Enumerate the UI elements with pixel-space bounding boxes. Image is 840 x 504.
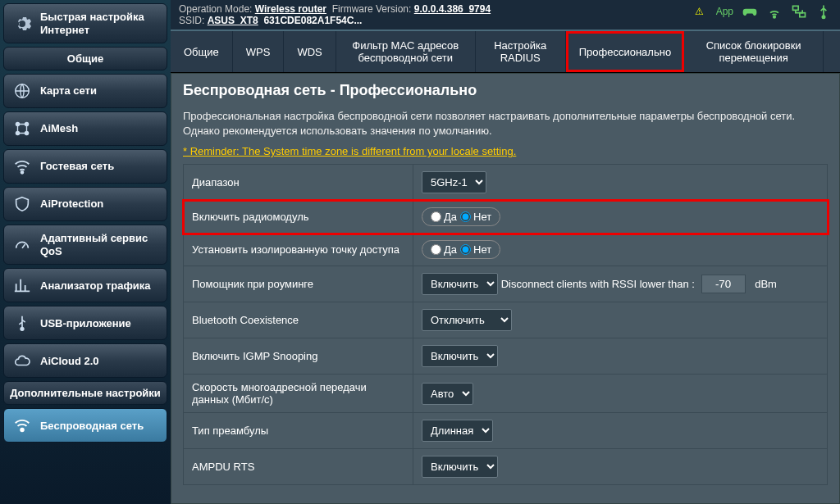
sidebar-item-usb[interactable]: USB-приложение [3, 306, 167, 340]
radio-enable-yes[interactable]: Да [431, 211, 457, 223]
sidebar-label: Карта сети [40, 84, 97, 98]
tab-mac-filter[interactable]: Фильтр MAC адресов беспроводной сети [336, 31, 476, 72]
sidebar-label: Адаптивный сервис QoS [40, 232, 158, 257]
sidebar-item-guest[interactable]: Гостевая сеть [3, 149, 167, 184]
svg-point-5 [21, 171, 24, 174]
sidebar-item-traffic[interactable]: Анализатор трафика [3, 268, 167, 302]
shield-icon [12, 194, 32, 214]
sidebar-item-qos[interactable]: Адаптивный сервис QoS [3, 225, 167, 265]
topbar: Operation Mode: Wireless router Firmware… [171, 0, 840, 30]
sidebar-label: AiProtection [40, 198, 103, 211]
section-general: Общие [3, 47, 167, 70]
row-enable-radio: Включить радиомодуль Да Нет [184, 201, 828, 234]
cloud-icon [12, 351, 32, 370]
row-band: Диапазон 5GHz-1 [184, 165, 828, 201]
page-description: Профессиональная настройка беспроводной … [183, 109, 828, 138]
row-preamble: Тип преамбулы Длинная [184, 413, 828, 449]
select-bt[interactable]: Отключить [422, 309, 512, 331]
sidebar-label: Анализатор трафика [40, 279, 151, 293]
svg-point-7 [21, 429, 24, 432]
tab-bar: Общие WPS WDS Фильтр MAC адресов беспров… [171, 30, 840, 73]
select-band[interactable]: 5GHz-1 [422, 171, 486, 193]
tab-roaming-block[interactable]: Список блокировки перемещения [684, 31, 824, 72]
label-ap-isolate: Установить изолированную точку доступа [184, 234, 413, 266]
radio-iso-yes[interactable]: Да [431, 243, 457, 256]
row-ampdu: AMPDU RTS Включить [184, 449, 828, 485]
wifi-icon [12, 157, 32, 176]
status-icons: ⚠ App [692, 3, 832, 20]
label-roaming: Помощник при роуминге [184, 266, 413, 302]
content-panel: Беспроводная сеть - Профессионально Проф… [171, 73, 840, 504]
ssid-value-1: ASUS_XT8 [208, 15, 258, 26]
op-mode-label: Operation Mode: [179, 3, 252, 15]
input-rssi[interactable] [701, 275, 746, 293]
tab-wps[interactable]: WPS [233, 31, 285, 72]
row-ap-isolate: Установить изолированную точку доступа Д… [184, 234, 828, 266]
sidebar-item-aimesh[interactable]: AiMesh [3, 111, 167, 146]
chart-icon [12, 275, 32, 295]
ssid-value-2: 631CDE082A1F54C... [263, 15, 362, 26]
sidebar-label: Беспроводная сеть [40, 420, 144, 433]
select-mcast[interactable]: Авто [422, 383, 473, 405]
gamepad-icon[interactable] [742, 3, 758, 20]
page-title: Беспроводная сеть - Профессионально [183, 82, 828, 99]
select-preamble[interactable]: Длинная [422, 420, 493, 442]
row-roaming: Помощник при роуминге Включить Disconnec… [184, 266, 828, 302]
row-igmp: Включить IGMP Snooping Включить [184, 338, 828, 375]
timezone-reminder-link[interactable]: * Reminder: The System time zone is diff… [183, 145, 516, 157]
usb-icon [12, 313, 32, 333]
svg-point-8 [774, 16, 776, 17]
label-enable-radio: Включить радиомодуль [184, 201, 413, 234]
label-ampdu: AMPDU RTS [184, 449, 413, 485]
app-link[interactable]: App [716, 6, 733, 17]
row-bt: Bluetooth Coexistence Отключить [184, 302, 828, 338]
usb-status-icon[interactable] [815, 3, 832, 20]
label-band: Диапазон [184, 165, 413, 201]
tab-general[interactable]: Общие [171, 31, 233, 72]
fw-link[interactable]: 9.0.0.4.386_9794 [414, 3, 491, 15]
wifi-icon [12, 415, 32, 435]
tab-radius[interactable]: Настройка RADIUS [476, 31, 566, 72]
sidebar-label: USB-приложение [40, 317, 131, 330]
info-icon[interactable]: ⚠ [692, 3, 708, 20]
lan-icon[interactable] [791, 3, 807, 20]
signal-icon[interactable] [766, 3, 783, 20]
mesh-icon [12, 119, 32, 138]
label-preamble: Тип преамбулы [184, 413, 413, 449]
sidebar-label: Гостевая сеть [40, 160, 114, 173]
row-mcast: Скорость многоадресной передачи данных (… [184, 375, 828, 413]
svg-point-11 [822, 16, 824, 18]
sidebar: Быстрая настройка Интернет Общие Карта с… [0, 0, 171, 504]
label-mcast: Скорость многоадресной передачи данных (… [184, 375, 413, 413]
settings-table: Диапазон 5GHz-1 Включить радиомодуль Да … [183, 164, 828, 485]
sidebar-item-network-map[interactable]: Карта сети [3, 74, 167, 108]
op-mode-link[interactable]: Wireless router [255, 3, 326, 15]
svg-rect-9 [793, 6, 799, 10]
quick-setup-button[interactable]: Быстрая настройка Интернет [3, 3, 167, 43]
radio-iso-no[interactable]: Нет [460, 243, 491, 256]
sidebar-item-aicloud[interactable]: AiCloud 2.0 [3, 343, 167, 378]
select-ampdu[interactable]: Включить [422, 456, 498, 478]
radio-enable-no[interactable]: Нет [460, 211, 491, 223]
select-roaming[interactable]: Включить [422, 273, 498, 295]
sidebar-label: AiMesh [40, 122, 78, 135]
fw-label: Firmware Version: [332, 3, 412, 15]
globe-icon [12, 81, 32, 101]
select-igmp[interactable]: Включить [422, 345, 498, 367]
sidebar-item-wireless[interactable]: Беспроводная сеть [3, 408, 167, 443]
sidebar-label: AiCloud 2.0 [40, 355, 99, 368]
section-advanced: Дополнительные настройки [3, 381, 167, 405]
tab-wds[interactable]: WDS [284, 31, 336, 72]
ssid-label: SSID: [179, 15, 204, 26]
label-bt: Bluetooth Coexistence [184, 302, 413, 338]
label-igmp: Включить IGMP Snooping [184, 338, 413, 375]
gauge-icon [12, 235, 32, 255]
rssi-note: Disconnect clients with RSSI lower than … [501, 278, 695, 290]
quick-setup-label: Быстрая настройка Интернет [40, 11, 158, 36]
unit-dbm: dBm [755, 278, 777, 290]
gear-icon [12, 14, 32, 34]
svg-point-6 [21, 328, 24, 331]
sidebar-item-aiprotection[interactable]: AiProtection [3, 187, 167, 221]
main-area: Operation Mode: Wireless router Firmware… [171, 0, 840, 504]
tab-professional[interactable]: Профессионально [566, 31, 684, 72]
